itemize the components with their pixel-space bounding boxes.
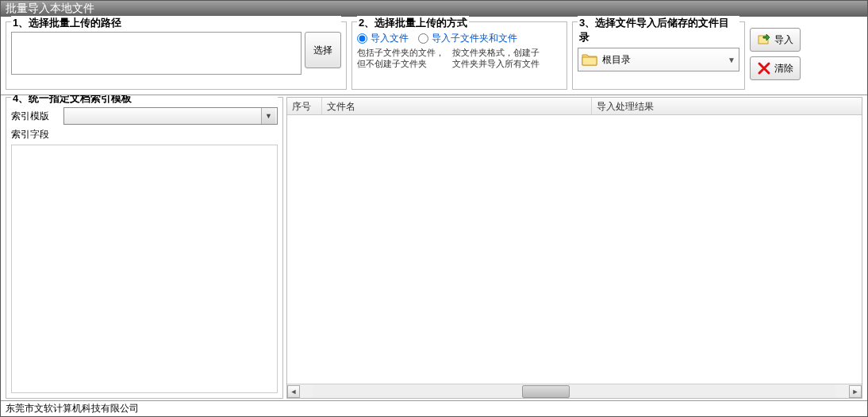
section-path: 1、选择批量上传的路径 选择 <box>6 21 347 90</box>
main-row: 4、统一指定文档索引模板 索引模版 ▼ 索引字段 序号 文件名 <box>1 95 867 400</box>
window-titlebar: 批量导入本地文件 <box>1 1 867 17</box>
section-method: 2、选择批量上传的方式 导入文件 导入子文件夹和文件 包括子文件夹的文件，但不创… <box>351 21 567 90</box>
radio-import-subfolders-input[interactable] <box>418 33 428 44</box>
target-dir-combo[interactable]: 根目录 ▼ <box>578 48 739 71</box>
scroll-left-icon[interactable]: ◄ <box>287 385 300 398</box>
col-result[interactable]: 导入处理结果 <box>592 98 862 114</box>
folder-icon <box>582 52 597 67</box>
scroll-thumb[interactable] <box>522 385 570 398</box>
chevron-down-icon: ▼ <box>261 108 275 124</box>
table-body[interactable] <box>287 115 862 384</box>
import-icon <box>757 33 771 47</box>
method-desc-2: 按文件夹格式，创建子文件夹并导入所有文件 <box>452 47 540 69</box>
scroll-right-icon[interactable]: ► <box>849 385 862 398</box>
top-row: 1、选择批量上传的路径 选择 2、选择批量上传的方式 导入文件 导入子文件夹和文… <box>1 17 867 95</box>
radio-import-files[interactable]: 导入文件 <box>357 32 409 45</box>
section-method-title: 2、选择批量上传的方式 <box>357 16 469 30</box>
method-desc-1: 包括子文件夹的文件，但不创建子文件夹 <box>357 47 444 69</box>
scroll-track[interactable] <box>313 385 836 398</box>
horizontal-scrollbar[interactable]: ◄ ► <box>287 384 862 398</box>
radio-import-subfolders-label: 导入子文件夹和文件 <box>432 32 517 45</box>
action-buttons: 导入 清除 <box>750 21 801 90</box>
result-table: 序号 文件名 导入处理结果 ◄ ► <box>286 97 862 399</box>
clear-button-label: 清除 <box>774 62 793 75</box>
fields-label: 索引字段 <box>11 128 59 141</box>
import-button-label: 导入 <box>774 33 793 47</box>
clear-icon <box>757 61 771 75</box>
section-target-dir-title: 3、选择文件导入后储存的文件目录 <box>578 16 739 44</box>
target-dir-value: 根目录 <box>602 53 631 67</box>
radio-import-files-label: 导入文件 <box>371 32 409 45</box>
col-seq[interactable]: 序号 <box>287 98 322 114</box>
section-index-template: 4、统一指定文档索引模板 索引模版 ▼ 索引字段 <box>6 97 283 399</box>
template-label: 索引模版 <box>11 110 59 123</box>
window-title: 批量导入本地文件 <box>6 2 94 16</box>
index-fields-box[interactable] <box>11 145 278 393</box>
path-input[interactable] <box>11 32 301 75</box>
col-filename[interactable]: 文件名 <box>322 98 592 114</box>
select-path-button[interactable]: 选择 <box>305 32 341 68</box>
clear-button[interactable]: 清除 <box>750 56 801 80</box>
company-label: 东莞市文软计算机科技有限公司 <box>6 402 139 415</box>
chevron-down-icon: ▼ <box>728 56 735 64</box>
section-path-title: 1、选择批量上传的路径 <box>11 16 341 30</box>
template-dropdown[interactable]: ▼ <box>63 107 278 125</box>
import-button[interactable]: 导入 <box>750 28 801 52</box>
radio-import-files-input[interactable] <box>357 33 367 44</box>
radio-import-subfolders[interactable]: 导入子文件夹和文件 <box>418 32 517 45</box>
section-index-template-title: 4、统一指定文档索引模板 <box>11 95 278 106</box>
statusbar: 东莞市文软计算机科技有限公司 <box>1 400 867 416</box>
app-window: 批量导入本地文件 1、选择批量上传的路径 选择 2、选择批量上传的方式 导入文件 <box>0 0 868 417</box>
table-header: 序号 文件名 导入处理结果 <box>287 98 862 115</box>
section-target-dir: 3、选择文件导入后储存的文件目录 根目录 ▼ <box>572 21 745 90</box>
